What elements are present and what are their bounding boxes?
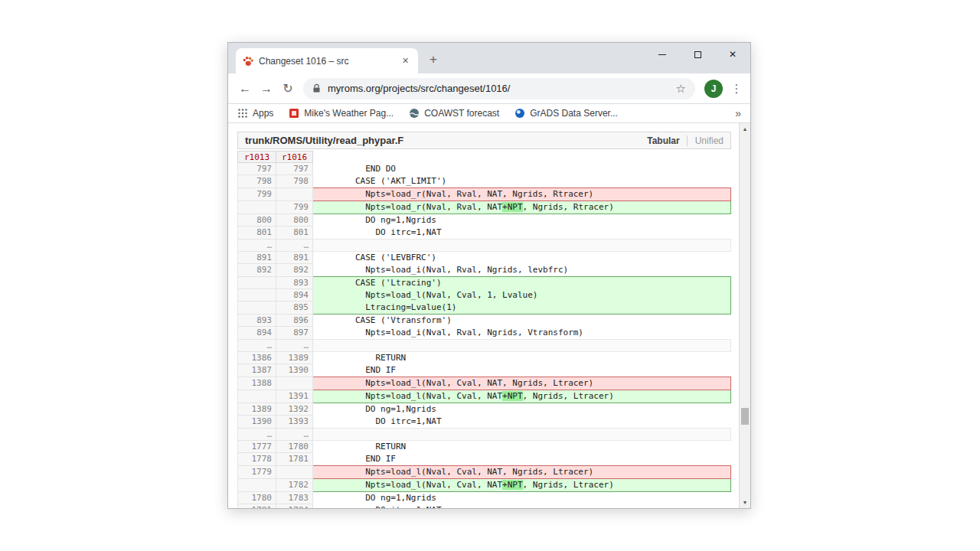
browser-menu-icon[interactable]: ⋮	[729, 78, 744, 99]
line-number-old: 801	[238, 227, 276, 240]
line-number-new: 894	[276, 289, 313, 302]
trac-favicon	[242, 55, 254, 67]
view-mode-tabular[interactable]: Tabular	[647, 135, 679, 146]
code-line: Npts=load_l(Nval, Cval, NAT, Ngrids, Ltr…	[313, 465, 731, 478]
revision-new-header[interactable]: r1016	[276, 152, 313, 163]
line-number-old: 894	[238, 327, 276, 340]
lock-icon	[312, 83, 321, 93]
profile-avatar[interactable]: J	[704, 80, 723, 98]
weather-site-icon	[289, 108, 299, 119]
page-scrollbar[interactable]: ▲ ▼	[739, 123, 750, 508]
line-number-old: …	[238, 339, 276, 351]
bookmarks-overflow-chevron[interactable]: »	[735, 107, 741, 119]
forward-button[interactable]: →	[256, 78, 277, 99]
url-text[interactable]: myroms.org/projects/src/changeset/1016/	[328, 83, 676, 94]
inline-change-highlight: +NPT	[502, 202, 523, 212]
code-line: RETURN	[313, 440, 731, 453]
address-bar[interactable]: myroms.org/projects/src/changeset/1016/ …	[303, 78, 695, 99]
line-number-new: 1780	[276, 440, 313, 453]
code-line: Npts=load_l(Nval, Cval, NAT+NPT, Ngrids,…	[313, 478, 731, 491]
line-number-new: 892	[276, 264, 313, 277]
line-number-old: 799	[238, 187, 276, 201]
code-line: DO itrc=1,NAT	[313, 504, 731, 509]
diff-rows: 797797 END DO798798 CASE ('AKT_LIMIT')79…	[238, 163, 731, 509]
line-number-old: 798	[238, 175, 276, 188]
bookmark-item[interactable]: COAWST forecast	[409, 108, 499, 119]
code-line: RETURN	[313, 351, 731, 364]
diff-row-add: 894 Npts=load_l(Nval, Cval, 1, Lvalue)	[238, 289, 731, 302]
bookmark-star-icon[interactable]: ☆	[676, 82, 686, 96]
line-number-old: 1778	[238, 453, 276, 466]
code-line: END IF	[313, 453, 731, 466]
line-number-old: 797	[238, 163, 276, 175]
line-number-old: 1386	[238, 351, 276, 364]
maximize-icon	[694, 51, 701, 58]
line-number-new: 1390	[276, 364, 313, 377]
code-line: Npts=load_r(Nval, Rval, NAT, Ngrids, Rtr…	[313, 187, 731, 201]
line-number-old	[238, 289, 276, 302]
minimize-icon	[658, 54, 666, 55]
page-viewport: trunk/ROMS/Utility/read_phypar.F Tabular…	[228, 123, 750, 508]
back-button[interactable]: ←	[234, 78, 256, 99]
coawst-site-icon	[409, 108, 420, 119]
bookmark-label: Mike's Weather Pag...	[304, 108, 394, 119]
diff-table: r1013 r1016 797797 END DO798798 CASE ('A…	[237, 151, 731, 508]
changeset-page: trunk/ROMS/Utility/read_phypar.F Tabular…	[228, 123, 739, 508]
window-controls: ✕	[645, 43, 750, 66]
diff-row-ctx: 13861389 RETURN	[238, 351, 731, 364]
diff-row-ctx: 17801783 DO ng=1,Ngrids	[238, 491, 731, 504]
view-mode-unified[interactable]: Unified	[687, 135, 724, 146]
bookmark-item[interactable]: GrADS Data Server...	[514, 108, 618, 119]
scroll-up-arrow[interactable]: ▲	[740, 123, 750, 135]
bookmark-label: GrADS Data Server...	[530, 108, 618, 119]
line-number-new	[276, 377, 313, 390]
diff-row-ctx: 892892 Npts=load_i(Nval, Rval, Ngrids, l…	[238, 264, 731, 277]
line-number-new: …	[276, 239, 313, 251]
code-line: CASE ('Ltracing')	[313, 276, 731, 289]
diff-row-ctx: 801801 DO itrc=1,NAT	[238, 227, 731, 240]
diff-row-add: 799 Npts=load_r(Nval, Rval, NAT+NPT, Ngr…	[238, 201, 731, 214]
revision-old-header[interactable]: r1013	[238, 152, 276, 163]
line-number-new: 1782	[276, 478, 313, 491]
new-tab-button[interactable]: +	[423, 49, 444, 70]
close-button[interactable]: ✕	[715, 43, 750, 66]
line-number-new: 1393	[276, 416, 313, 429]
reload-button[interactable]: ↻	[277, 78, 299, 99]
line-number-old: 800	[238, 214, 276, 227]
bookmark-label: COAWST forecast	[424, 108, 499, 119]
diff-row-ctx: 798798 CASE ('AKT_LIMIT')	[238, 175, 731, 188]
tab-close-icon[interactable]: ✕	[399, 54, 412, 67]
line-number-old: 891	[238, 251, 276, 264]
close-icon: ✕	[729, 50, 737, 59]
diff-row-ctx: 13901393 DO itrc=1,NAT	[238, 416, 731, 429]
line-number-old	[238, 478, 276, 491]
line-number-new: …	[276, 428, 313, 440]
bookmark-item[interactable]: Mike's Weather Pag...	[289, 108, 394, 119]
line-number-new	[276, 187, 313, 201]
line-number-old: 1779	[238, 465, 276, 478]
apps-shortcut[interactable]: Apps	[237, 108, 273, 119]
diff-row-del: 799 Npts=load_r(Nval, Rval, NAT, Ngrids,…	[238, 187, 731, 201]
line-number-new: 891	[276, 251, 313, 264]
diff-row-add: 895 Ltracing=Lvalue(1)	[238, 302, 731, 315]
line-number-new: 1784	[276, 504, 313, 509]
line-number-old: 1389	[238, 403, 276, 416]
code-line: CASE ('Vtransform')	[313, 314, 731, 327]
diff-row-ctx: 800800 DO ng=1,Ngrids	[238, 214, 731, 227]
code-line: DO itrc=1,NAT	[313, 416, 731, 429]
tab-strip: Changeset 1016 – src ✕ + ✕	[228, 43, 750, 73]
browser-toolbar: ← → ↻ myroms.org/projects/src/changeset/…	[228, 73, 750, 104]
scroll-down-arrow[interactable]: ▼	[740, 497, 750, 508]
line-number-old: 892	[238, 264, 276, 277]
scrollbar-thumb[interactable]	[741, 408, 749, 425]
inline-change-highlight: +NPT	[502, 480, 523, 490]
minimize-button[interactable]	[645, 43, 680, 66]
diff-file-header: trunk/ROMS/Utility/read_phypar.F Tabular…	[237, 132, 731, 149]
line-number-old	[238, 201, 276, 214]
maximize-button[interactable]	[680, 43, 715, 66]
browser-window: Changeset 1016 – src ✕ + ✕ ← → ↻ myroms.…	[227, 42, 751, 509]
diff-row-ctx: 797797 END DO	[238, 163, 731, 175]
line-number-new: 1392	[276, 403, 313, 416]
browser-tab[interactable]: Changeset 1016 – src ✕	[236, 48, 418, 73]
code-line: CASE ('AKT_LIMIT')	[313, 175, 731, 188]
